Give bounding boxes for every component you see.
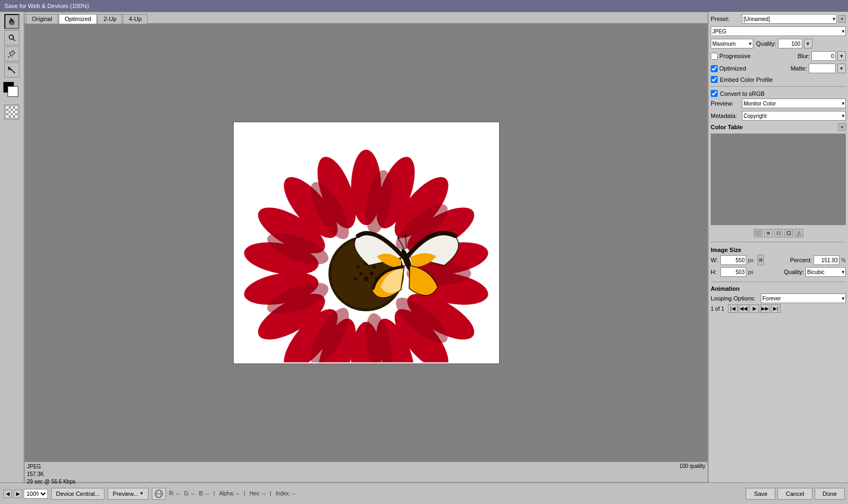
preset-label: Preset:: [711, 16, 740, 22]
divider-1: [711, 86, 846, 87]
quality-size-select[interactable]: Bicubic Bicubic Sharper Bicubic Smoother…: [805, 267, 846, 277]
ct-icon-1[interactable]: [754, 229, 762, 237]
percent-label: Percent:: [788, 257, 812, 263]
zoom-out-btn[interactable]: ◀: [3, 489, 12, 498]
pixel-info: R: -- G: -- B: -- | Alpha: -- | Hex: -- …: [169, 491, 742, 496]
svg-point-41: [364, 277, 368, 281]
image-size-section: Image Size W: px ⛓ Percent: % H: px ⛓ Qu…: [711, 247, 846, 278]
preview-button[interactable]: Preview... ▼: [108, 488, 149, 500]
right-buttons: Save Cancel Done: [746, 488, 845, 500]
width-label: W:: [711, 257, 719, 263]
optimized-matte-row: Optimized Matte: ▼: [711, 64, 846, 73]
progressive-label: Progressive: [719, 53, 751, 59]
title-text: Save for Web & Devices (100%): [4, 3, 89, 9]
matte-input[interactable]: [809, 64, 836, 73]
anim-next-btn[interactable]: ▶▶: [760, 304, 770, 313]
width-unit: px: [748, 257, 754, 263]
g-value: G: --: [184, 491, 194, 496]
progressive-blur-row: Progressive Blur: ▼: [711, 51, 846, 61]
canvas-viewport: [25, 24, 707, 461]
anim-last-btn[interactable]: ▶|: [771, 304, 781, 313]
ct-icon-2[interactable]: [764, 229, 773, 237]
matte-swatch[interactable]: [4, 104, 19, 120]
color-table-header: Color Table ≡: [711, 123, 846, 131]
eyedropper-tool[interactable]: [4, 46, 19, 61]
preview-label: Preview...: [113, 491, 138, 497]
convert-srgb-label: Convert to sRGB: [720, 90, 765, 97]
format-row: JPEG ▼: [711, 26, 846, 36]
svg-line-2: [13, 39, 15, 41]
quality-input[interactable]: [778, 39, 802, 48]
animation-section: Animation Looping Options: Forever Once …: [711, 285, 846, 314]
color-table-menu-btn[interactable]: ≡: [838, 123, 846, 131]
tab-optimized[interactable]: Optimized: [59, 14, 97, 24]
convert-srgb-checkbox[interactable]: [711, 90, 718, 97]
height-label: H:: [711, 269, 719, 275]
format-select[interactable]: JPEG: [711, 26, 846, 36]
metadata-row: Metadata: Copyright None All ▼: [711, 111, 846, 121]
embed-color-label: Embed Color Profile: [720, 76, 773, 83]
metadata-select[interactable]: Copyright None All: [742, 111, 846, 121]
status-format: JPEG: [27, 463, 75, 471]
tab-2up[interactable]: 2-Up: [97, 14, 122, 24]
matte-arrow[interactable]: ▼: [837, 64, 846, 73]
title-bar: Save for Web & Devices (100%): [0, 0, 848, 12]
embed-color-row: Embed Color Profile: [711, 76, 846, 83]
tab-4up[interactable]: 4-Up: [123, 14, 148, 24]
browser-icon[interactable]: [152, 488, 166, 500]
ct-icon-5[interactable]: [795, 229, 803, 237]
preset-menu-btn[interactable]: ≡: [838, 15, 846, 23]
background-swatch[interactable]: [8, 86, 18, 97]
width-percent-row: W: px ⛓ Percent: %: [711, 255, 846, 265]
preview-select[interactable]: Monitor Color: [742, 99, 846, 108]
compression-quality-row: Maximum ▼ Quality: ▼: [711, 39, 846, 48]
hand-tool[interactable]: [4, 14, 19, 29]
ct-icon-4[interactable]: [784, 229, 793, 237]
device-central-button[interactable]: Device Central...: [51, 488, 104, 500]
percent-input[interactable]: [814, 255, 839, 265]
compression-select[interactable]: Maximum: [711, 39, 753, 48]
optimized-checkbox[interactable]: [711, 65, 718, 72]
height-input[interactable]: [720, 267, 746, 277]
quality-arrow[interactable]: ▼: [804, 39, 812, 48]
save-button[interactable]: Save: [746, 488, 775, 500]
cancel-button[interactable]: Cancel: [777, 488, 812, 500]
status-filesize: 157.3K: [27, 471, 75, 478]
svg-rect-56: [788, 232, 790, 234]
separator-1: |: [213, 491, 215, 496]
status-bar: JPEG 157.3K 29 sec @ 56.6 Kbps 100 quali…: [25, 461, 707, 482]
r-value: R: --: [169, 491, 179, 496]
svg-point-1: [9, 35, 13, 39]
height-unit: px: [748, 269, 754, 275]
blur-arrow[interactable]: ▼: [837, 51, 846, 61]
zoom-select[interactable]: 100% 50% 200%: [24, 489, 48, 499]
tab-bar: Original Optimized 2-Up 4-Up: [25, 12, 707, 24]
device-central-label: Device Central...: [56, 491, 100, 497]
tab-original[interactable]: Original: [26, 14, 58, 24]
percent-unit: %: [841, 257, 846, 263]
anim-prev-btn[interactable]: ◀◀: [739, 304, 748, 313]
image-canvas: [233, 122, 500, 364]
progressive-checkbox[interactable]: [711, 53, 718, 60]
left-toolbar: [0, 12, 24, 482]
link-icon[interactable]: ⛓: [758, 255, 764, 265]
svg-point-39: [370, 272, 373, 275]
zoom-in-btn[interactable]: ▶: [13, 489, 22, 498]
status-time: 29 sec @ 56.6 Kbps: [27, 478, 75, 486]
quality-label: Quality:: [755, 40, 776, 47]
embed-color-checkbox[interactable]: [711, 76, 718, 83]
color-table-area: [711, 134, 846, 225]
blur-input[interactable]: [811, 51, 836, 61]
canvas-area: Original Optimized 2-Up 4-Up: [24, 12, 708, 482]
width-input[interactable]: [720, 255, 746, 265]
preset-select[interactable]: [Unnamed]: [742, 14, 837, 24]
preview-label: Preview:: [711, 100, 740, 107]
ct-icon-3[interactable]: [774, 229, 783, 237]
anim-first-btn[interactable]: |◀: [728, 304, 738, 313]
looping-select[interactable]: Forever Once Other: [761, 293, 846, 303]
anim-play-btn[interactable]: ▶: [749, 304, 759, 313]
svg-rect-0: [10, 22, 14, 24]
zoom-tool[interactable]: [4, 30, 19, 45]
slice-tool[interactable]: [4, 62, 19, 78]
done-button[interactable]: Done: [815, 488, 845, 500]
